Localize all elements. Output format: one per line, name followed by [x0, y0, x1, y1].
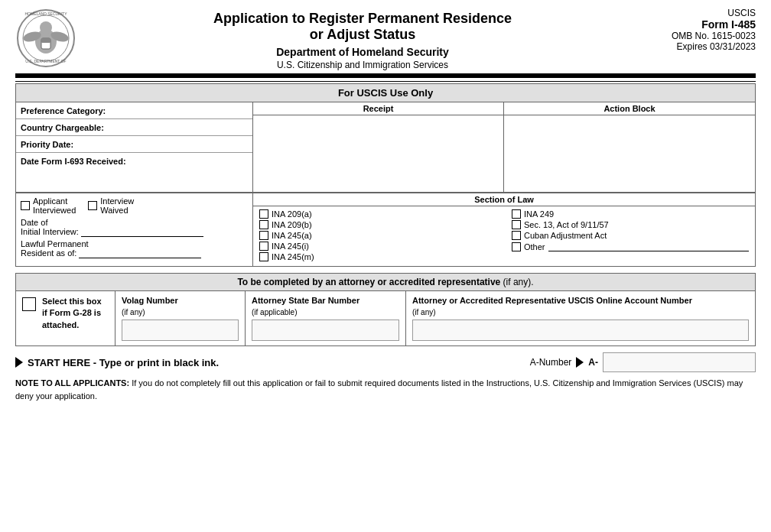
note-row: NOTE TO ALL APPLICANTS: If you do not co… [15, 377, 756, 402]
note-bold-label: NOTE TO ALL APPLICANTS: [15, 378, 129, 388]
receipt-column: Receipt [253, 102, 504, 192]
uscis-section-header: For USCIS Use Only [16, 84, 755, 102]
g28-cell: Select this box if Form G-28 is attached… [16, 291, 115, 345]
interview-label: Interview [100, 196, 134, 206]
ina-245m-checkbox[interactable] [259, 252, 268, 261]
country-chargeable-label: Country Chargeable: [21, 123, 104, 132]
applicant-interviewed-item: Applicant Interviewed [21, 196, 76, 215]
ina-245i-checkbox[interactable] [259, 242, 268, 251]
other-label: Other [524, 242, 545, 251]
law-ina-245i: INA 245(i) [259, 242, 496, 251]
ina-249-checkbox[interactable] [512, 209, 521, 219]
dhs-logo: U.S. DEPARTMENT OF HOMELAND SECURITY [15, 8, 76, 69]
interview-section: Applicant Interviewed Interview Waived D… [16, 193, 253, 266]
law-ina-245m: INA 245(m) [259, 252, 496, 261]
uscis-label: USCIS [649, 8, 756, 18]
other-checkbox[interactable] [512, 242, 521, 251]
attorney-grid: Select this box if Form G-28 is attached… [16, 291, 755, 345]
law-ina-245a: INA 245(a) [259, 231, 496, 240]
volag-cell: Volag Number (if any) [115, 291, 246, 345]
omb-number: OMB No. 1615-0023 [649, 31, 756, 41]
a-number-input[interactable] [603, 352, 756, 372]
a-number-row: A-Number A- [530, 352, 756, 372]
g28-checkbox[interactable] [22, 297, 36, 311]
law-right-col: INA 249 Sec. 13, Act of 9/11/57 Cuban Ad… [512, 209, 749, 263]
interview-waived-checkbox[interactable] [88, 201, 97, 210]
initial-interview-label: Date ofInitial Interview: [21, 218, 81, 236]
ina-245a-label: INA 245(a) [272, 231, 312, 240]
applicant-sub: Interviewed [33, 206, 76, 215]
applicant-interviewed-checkbox[interactable] [21, 201, 30, 210]
attorney-section: To be completed by an attorney or accred… [15, 273, 756, 346]
volag-sublabel: (if any) [122, 308, 239, 316]
agency-name: Department of Homeland Security [76, 46, 649, 58]
uscis-account-label: Attorney or Accredited Representative US… [412, 296, 749, 305]
date-i693-label: Date Form I-693 Received: [21, 157, 126, 166]
svg-point-3 [40, 21, 52, 34]
cuban-adjustment-label: Cuban Adjustment Act [524, 231, 607, 240]
attorney-bar-input[interactable] [252, 320, 399, 341]
uscis-top-grid: Preference Category: Country Chargeable:… [16, 102, 755, 192]
svg-text:HOMELAND SECURITY: HOMELAND SECURITY [24, 11, 67, 16]
preference-category-row: Preference Category: [16, 102, 252, 119]
attorney-header-bold: To be completed by an attorney or accred… [237, 277, 500, 287]
date-i693-row: Date Form I-693 Received: [16, 153, 252, 170]
g28-label: Select this box if Form G-28 is attached… [42, 296, 109, 331]
start-here-row: START HERE - Type or print in black ink.… [15, 352, 756, 372]
receipt-area [253, 115, 503, 192]
country-chargeable-row: Country Chargeable: [16, 119, 252, 136]
attorney-section-header: To be completed by an attorney or accred… [16, 274, 755, 291]
applicant-label: Applicant [33, 196, 76, 206]
law-ina-209b: INA 209(b) [259, 220, 496, 229]
form-title-line2: or Adjust Status [76, 27, 649, 43]
law-sec13: Sec. 13, Act of 9/11/57 [512, 220, 749, 229]
form-id: Form I-485 [649, 18, 756, 31]
a-number-arrow-icon [576, 357, 584, 368]
ina-209a-label: INA 209(a) [272, 209, 312, 219]
lawful-permanent-line [79, 248, 201, 258]
ina-245i-label: INA 245(i) [272, 242, 309, 251]
uscis-account-sublabel: (if any) [412, 308, 749, 316]
ina-209b-label: INA 209(b) [272, 220, 312, 229]
uscis-account-cell: Attorney or Accredited Representative US… [406, 291, 755, 345]
attorney-bar-sublabel: (if applicable) [252, 308, 399, 316]
action-block-area [504, 115, 755, 192]
form-info-block: USCIS Form I-485 OMB No. 1615-0023 Expir… [649, 8, 756, 52]
action-block-header: Action Block [504, 102, 755, 115]
lawful-permanent-field: Lawful PermanentResident as of: [21, 239, 248, 258]
sec13-checkbox[interactable] [512, 220, 521, 229]
receipt-header: Receipt [253, 102, 503, 115]
attorney-bar-cell: Attorney State Bar Number (if applicable… [246, 291, 406, 345]
ina-245m-label: INA 245(m) [272, 252, 314, 261]
initial-interview-line [81, 227, 203, 237]
law-left-col: INA 209(a) INA 209(b) INA 245(a) INA 245… [259, 209, 496, 263]
agency-sub: U.S. Citizenship and Immigration Service… [76, 60, 649, 70]
law-ina-249: INA 249 [512, 209, 749, 219]
cuban-adjustment-checkbox[interactable] [512, 231, 521, 240]
ina-245a-checkbox[interactable] [259, 231, 268, 240]
header-title-block: Application to Register Permanent Reside… [76, 8, 649, 70]
expiry-date: Expires 03/31/2023 [649, 41, 756, 52]
uscis-account-input[interactable] [412, 320, 749, 341]
volag-input[interactable] [122, 320, 239, 341]
section-law-header: Section of Law [253, 193, 755, 206]
uscis-use-only-section: For USCIS Use Only Preference Category: … [15, 83, 756, 267]
ina-209a-checkbox[interactable] [259, 209, 268, 219]
initial-interview-field: Date ofInitial Interview: [21, 218, 248, 237]
applicant-interview-row: Applicant Interviewed Interview Waived [21, 196, 248, 215]
uscis-left-fields: Preference Category: Country Chargeable:… [16, 102, 253, 192]
priority-date-label: Priority Date: [21, 140, 73, 149]
law-other: Other [512, 242, 749, 251]
a-prefix: A- [588, 357, 598, 368]
form-title-line1: Application to Register Permanent Reside… [76, 11, 649, 27]
header-divider-thick [15, 73, 756, 78]
start-here-left: START HERE - Type or print in black ink. [15, 357, 515, 368]
interview-waived-item: Interview Waived [88, 196, 134, 215]
start-here-arrow-icon [15, 357, 23, 368]
ina-249-label: INA 249 [524, 209, 554, 219]
section-of-law: Section of Law INA 209(a) INA 209(b) INA… [253, 193, 755, 266]
page-header: U.S. DEPARTMENT OF HOMELAND SECURITY App… [15, 8, 756, 70]
ina-209b-checkbox[interactable] [259, 220, 268, 229]
law-ina-209a: INA 209(a) [259, 209, 496, 219]
svg-text:U.S. DEPARTMENT OF: U.S. DEPARTMENT OF [25, 59, 66, 63]
